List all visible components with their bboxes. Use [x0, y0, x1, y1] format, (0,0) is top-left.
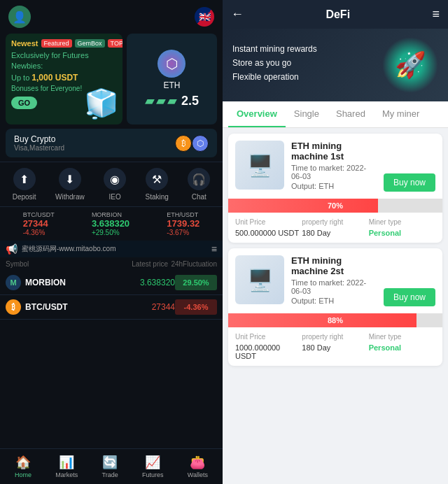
banner-area: Newest Featured GemBox TOP1 Exclusively … — [0, 34, 223, 124]
defi-tabs: Overview Single Shared My miner — [223, 101, 448, 128]
col2-unit-price: Unit Price — [235, 333, 302, 341]
nav-home[interactable]: 🏠 Home — [15, 455, 31, 478]
tag-featured: Featured — [41, 39, 72, 48]
bitcoin-coin: ₿ — [175, 135, 192, 152]
tab-shared[interactable]: Shared — [328, 101, 374, 127]
col-property-right: property right — [302, 218, 368, 226]
buy-crypto-title: Buy Crypto — [14, 134, 64, 144]
miner-2-info: ETH mining machine 2st Time to market: 2… — [291, 255, 377, 306]
miner-1-unit-price: 500.000000 USDT — [235, 229, 302, 237]
miner-1-image: 🖥️ — [235, 141, 284, 190]
tag-newest: Newest — [11, 39, 38, 48]
miner-card-1-top: 🖥️ ETH mining machine 1st Time to market… — [228, 134, 442, 199]
withdraw-label: Withdraw — [55, 193, 85, 201]
miner-1-info: ETH mining machine 1st Time to market: 2… — [291, 141, 377, 192]
miner-2-progress-fill — [228, 313, 416, 327]
miner-1-table: Unit Price property right Miner type 500… — [228, 213, 442, 243]
hero-line1: Instant mining rewards — [232, 44, 317, 54]
futures-label: Futures — [142, 471, 164, 478]
eth-logo: ⬡ — [158, 50, 186, 78]
ieo-label: IEO — [108, 193, 120, 201]
futures-icon: 📈 — [145, 455, 160, 470]
top-bar: 👤 🇬🇧 — [0, 0, 223, 34]
miner-2-buy-button[interactable]: Buy now — [384, 288, 435, 306]
miner-2-progress-label: 88% — [328, 316, 343, 325]
morb-name: MORBION — [25, 278, 66, 287]
avatar[interactable]: 👤 — [8, 6, 31, 28]
tag-gembox: GemBox — [75, 39, 105, 48]
col2-miner-type: Miner type — [369, 333, 435, 341]
trade-icon: 🔄 — [102, 455, 118, 470]
deposit-action[interactable]: ⬆ Deposit — [13, 168, 36, 201]
buy-crypto-subtitle: Visa,Mastercard — [14, 144, 64, 152]
withdraw-action[interactable]: ⬇ Withdraw — [55, 168, 85, 201]
quick-actions: ⬆ Deposit ⬇ Withdraw ◉ IEO ⚒ Staking 🎧 C… — [0, 162, 223, 207]
miner-list: 🖥️ ETH mining machine 1st Time to market… — [223, 128, 448, 484]
miner-card-2: 🖥️ ETH mining machine 2st Time to market… — [228, 248, 442, 366]
promo-image: 🧊 — [80, 83, 122, 124]
tab-overview[interactable]: Overview — [228, 101, 286, 127]
miner-2-market-date: Time to market: 2022-06-03 — [291, 278, 377, 295]
eth-coin: ⬡ — [192, 135, 209, 152]
tab-my-miner[interactable]: My miner — [374, 101, 428, 127]
ticker-btc-price: 27344 — [23, 218, 55, 229]
morb-price: 3.638320 — [90, 278, 175, 287]
buy-crypto-info: Buy Crypto Visa,Mastercard — [14, 134, 64, 152]
nav-futures[interactable]: 📈 Futures — [142, 455, 164, 478]
miner-1-miner-type: Personal — [369, 229, 435, 237]
ieo-icon: ◉ — [104, 168, 126, 190]
miner-1-property-right: 180 Day — [302, 229, 368, 237]
promo-amount: 1,000 USDT — [31, 73, 78, 83]
chat-label: Chat — [192, 193, 206, 201]
buy-crypto-row[interactable]: Buy Crypto Visa,Mastercard ₿ ⬡ — [6, 129, 217, 157]
eth-dots: ▰▰▰ — [145, 93, 178, 108]
deposit-label: Deposit — [13, 193, 36, 201]
miner-1-buy-button[interactable]: Buy now — [384, 173, 435, 192]
back-button[interactable]: ← — [231, 7, 244, 22]
ticker-morb-change: +29.50% — [92, 229, 130, 236]
market-row-btc[interactable]: ₿ BTC/USDT 27344 -4.36% — [0, 295, 223, 320]
trade-label: Trade — [102, 471, 118, 478]
miner-card-2-top: 🖥️ ETH mining machine 2st Time to market… — [228, 248, 442, 313]
defi-menu-button[interactable]: ≡ — [432, 7, 440, 22]
hero-image: 🚀 — [382, 37, 438, 93]
tab-single[interactable]: Single — [286, 101, 328, 127]
ticker-eth: ETH/USDT 1739.32 -3.67% — [167, 211, 200, 236]
chat-action[interactable]: 🎧 Chat — [188, 168, 210, 201]
ticker-eth-pair: ETH/USDT — [167, 211, 200, 218]
miner-2-unit-price: 1000.000000 USDT — [235, 343, 302, 360]
btc-coin-info: ₿ BTC/USDT — [6, 299, 90, 315]
col-price: Latest price — [87, 260, 168, 268]
bottom-nav: 🏠 Home 📊 Markets 🔄 Trade 📈 Futures 👛 Wal… — [0, 448, 223, 484]
miner-2-progress-container: 88% — [228, 313, 442, 327]
staking-icon: ⚒ — [146, 168, 168, 190]
chat-icon: 🎧 — [188, 168, 210, 190]
announcement-text: 蜜桃源码网-www.mitaobo.com — [22, 244, 211, 254]
nav-markets[interactable]: 📊 Markets — [55, 455, 78, 478]
staking-label: Staking — [146, 193, 169, 201]
col-miner-type: Miner type — [369, 218, 435, 226]
markets-icon: 📊 — [59, 455, 74, 470]
ticker-eth-price: 1739.32 — [167, 218, 200, 229]
hero-text: Instant mining rewards Store as you go F… — [232, 44, 317, 86]
ieo-action[interactable]: ◉ IEO — [104, 168, 126, 201]
tag-top1: TOP1 — [108, 39, 122, 48]
staking-action[interactable]: ⚒ Staking — [146, 168, 169, 201]
miner-2-name: ETH mining machine 2st — [291, 255, 377, 276]
language-flag[interactable]: 🇬🇧 — [195, 7, 214, 27]
ticker-morb-pair: MORBION — [92, 211, 130, 218]
col-change: 24hFluctuation — [168, 260, 217, 268]
menu-icon[interactable]: ≡ — [211, 243, 217, 255]
go-button[interactable]: GO — [11, 97, 37, 109]
btc-logo: ₿ — [6, 299, 21, 315]
btc-name: BTC/USDT — [25, 302, 68, 312]
nav-trade[interactable]: 🔄 Trade — [102, 455, 118, 478]
morb-logo: M — [6, 275, 21, 290]
miner-1-progress-fill — [228, 199, 378, 213]
col2-property-right: property right — [302, 333, 368, 341]
nav-wallets[interactable]: 👛 Wallets — [188, 455, 208, 478]
col-unit-price: Unit Price — [235, 218, 302, 226]
withdraw-icon: ⬇ — [59, 168, 81, 190]
market-row-morb[interactable]: M MORBION 3.638320 29.50% — [0, 271, 223, 295]
ticker-btc: BTC/USDT 27344 -4.36% — [23, 211, 55, 236]
